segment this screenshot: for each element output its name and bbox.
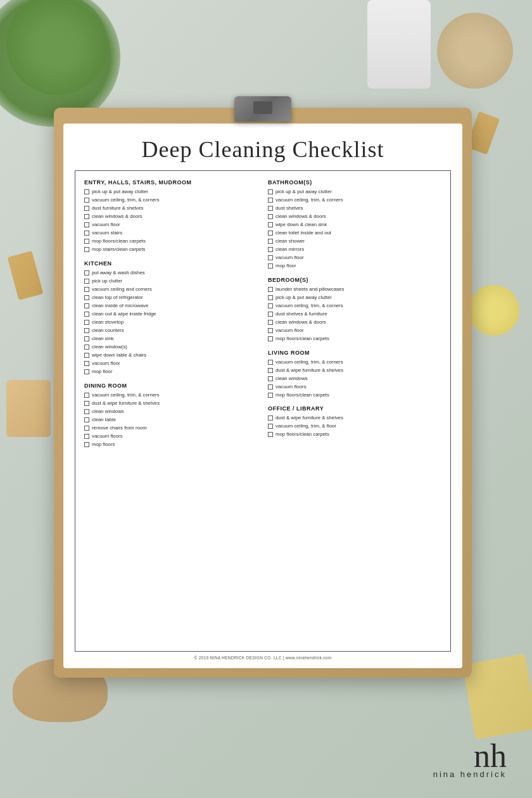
- section-title-right-1: BEDROOM(S): [268, 276, 441, 284]
- section-title-right-2: LIVING ROOM: [268, 349, 441, 357]
- check-item: clean mirrors: [268, 246, 441, 253]
- item-text: vacuum ceiling and corners: [92, 286, 152, 293]
- checkbox[interactable]: [84, 434, 89, 439]
- checkbox[interactable]: [84, 442, 89, 447]
- checkbox[interactable]: [268, 214, 273, 219]
- check-item: mop floor: [84, 369, 258, 376]
- brand-signature: nh nina hendrick: [433, 740, 507, 779]
- checkbox[interactable]: [84, 353, 89, 358]
- checkbox[interactable]: [268, 231, 273, 236]
- checkbox[interactable]: [84, 426, 89, 431]
- checkbox[interactable]: [268, 206, 273, 211]
- checkbox[interactable]: [84, 198, 89, 203]
- checkbox[interactable]: [268, 415, 273, 421]
- checkbox[interactable]: [84, 287, 89, 292]
- check-item: clean table: [84, 417, 258, 424]
- section-title-left-2: DINING ROOM: [84, 382, 258, 390]
- brand-initials: nh: [433, 740, 507, 773]
- checkbox[interactable]: [268, 384, 273, 390]
- checkbox[interactable]: [84, 189, 89, 194]
- checkbox[interactable]: [268, 360, 273, 365]
- item-text: clean window(s): [92, 344, 127, 351]
- check-item: put away & wash dishes: [84, 270, 258, 277]
- item-text: vacuum floor: [276, 255, 304, 262]
- check-item: vacuum floors: [84, 433, 258, 440]
- check-item: vacuum ceiling, trim, & corners: [268, 303, 441, 310]
- checkbox[interactable]: [84, 279, 89, 284]
- checkbox[interactable]: [268, 255, 273, 260]
- checkbox[interactable]: [84, 409, 89, 414]
- item-text: vacuum floor: [276, 327, 304, 334]
- check-item: vacuum floor: [84, 222, 258, 229]
- checkbox[interactable]: [268, 432, 273, 437]
- checkbox[interactable]: [84, 328, 89, 333]
- checkbox[interactable]: [84, 303, 89, 308]
- col-right: BATHROOM(S)pick up & put away cluttervac…: [268, 179, 441, 643]
- checkbox[interactable]: [268, 368, 273, 373]
- checkbox[interactable]: [84, 401, 89, 406]
- check-item: vacuum ceiling, trim, & corners: [84, 392, 258, 399]
- check-item: clean windows & doors: [268, 319, 441, 326]
- section-title-right-3: OFFICE / LIBRARY: [268, 405, 441, 412]
- item-text: vacuum ceiling, trim, & corners: [92, 392, 160, 399]
- checkbox[interactable]: [84, 393, 89, 398]
- checkbox[interactable]: [84, 270, 89, 276]
- checkbox[interactable]: [268, 320, 273, 325]
- item-text: dust & wipe furniture & shelves: [276, 415, 343, 422]
- item-text: pick up & put away clutter: [276, 189, 332, 196]
- item-text: vacuum floors: [276, 384, 307, 391]
- item-text: vacuum ceiling, trim, & corners: [92, 197, 160, 204]
- item-text: dust furniture & shelves: [92, 205, 143, 212]
- checkbox[interactable]: [84, 320, 89, 325]
- checkbox[interactable]: [268, 239, 273, 244]
- check-item: clean stovetop: [84, 319, 258, 326]
- checkbox[interactable]: [84, 336, 89, 341]
- check-item: clean windows: [268, 376, 441, 383]
- item-text: wipe down table & chairs: [92, 352, 146, 359]
- item-text: vacuum ceiling, trim, & corners: [276, 303, 343, 310]
- check-item: vacuum ceiling and corners: [84, 286, 258, 293]
- checkbox[interactable]: [268, 424, 273, 429]
- checkbox[interactable]: [84, 239, 89, 244]
- check-item: clean sink: [84, 336, 258, 343]
- checkbox[interactable]: [84, 295, 89, 300]
- item-text: vacuum floors: [92, 433, 123, 440]
- checkbox[interactable]: [268, 287, 273, 292]
- checkbox[interactable]: [268, 393, 273, 398]
- section-title-left-0: ENTRY, HALLS, STAIRS, MUDROOM: [84, 179, 258, 186]
- lemon-decoration: [469, 285, 519, 336]
- check-item: clean counters: [84, 327, 258, 334]
- check-item: pick up & put away clutter: [84, 189, 258, 196]
- checkbox[interactable]: [268, 295, 273, 300]
- item-text: mop floors: [92, 441, 115, 448]
- checkbox[interactable]: [268, 222, 273, 227]
- checkbox[interactable]: [84, 361, 89, 366]
- item-text: clean toilet inside and out: [276, 230, 331, 237]
- checkbox[interactable]: [84, 231, 89, 236]
- checkbox[interactable]: [84, 214, 89, 219]
- checkbox[interactable]: [268, 198, 273, 203]
- checkbox[interactable]: [268, 263, 273, 269]
- checkbox[interactable]: [84, 369, 89, 374]
- check-item: dust shelves: [268, 205, 441, 212]
- item-text: vacuum ceiling, trim, & corners: [276, 197, 343, 204]
- checkbox[interactable]: [84, 345, 89, 350]
- checkbox[interactable]: [268, 376, 273, 381]
- item-text: clean windows: [92, 408, 124, 415]
- checkbox[interactable]: [268, 247, 273, 252]
- item-text: mop floors/clean carpets: [276, 336, 329, 343]
- check-item: vacuum floor: [268, 255, 441, 262]
- checkbox[interactable]: [84, 417, 89, 422]
- checkbox[interactable]: [84, 247, 89, 252]
- checkbox[interactable]: [268, 312, 273, 317]
- checkbox[interactable]: [268, 303, 273, 308]
- item-text: clean inside of microwave: [92, 303, 148, 310]
- item-text: mop floors/clean carpets: [92, 238, 146, 245]
- checkbox[interactable]: [268, 328, 273, 333]
- checkbox[interactable]: [268, 336, 273, 341]
- checkbox[interactable]: [84, 222, 89, 227]
- checkbox[interactable]: [84, 312, 89, 317]
- brand-name: nina hendrick: [433, 770, 507, 779]
- checkbox[interactable]: [268, 189, 273, 194]
- checkbox[interactable]: [84, 206, 89, 211]
